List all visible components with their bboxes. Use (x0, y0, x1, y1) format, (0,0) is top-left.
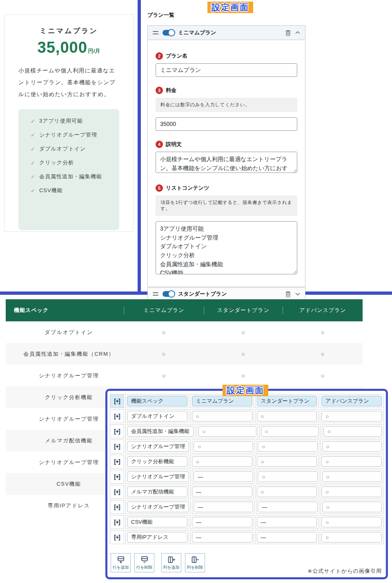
editor-row: [+] ダブルオプトイン ○ ○ ○ (110, 409, 383, 423)
value-input[interactable]: ○ (194, 441, 253, 452)
cell-handle-icon[interactable]: [+] (110, 530, 124, 544)
plan-name-input[interactable] (156, 63, 297, 77)
button-label: 行を削除 (136, 565, 152, 570)
feature-item: ✓シナリオグループ管理 (31, 131, 114, 139)
cell-handle-icon[interactable]: [+] (110, 455, 124, 469)
plan-enabled-toggle[interactable] (163, 30, 174, 36)
cell-handle-icon[interactable]: [+] (110, 439, 124, 453)
check-icon: ✓ (31, 132, 36, 138)
value-cell: ○ (283, 329, 363, 336)
cell-handle-icon[interactable]: [+] (110, 409, 124, 423)
column-header-input[interactable]: スタンダートプラン (257, 396, 317, 406)
column-header-input[interactable]: 機能スペック (127, 396, 187, 406)
plan-panel-body: 2 プラン名 3 料金 料金には数字のみを入力してください。 4 (148, 40, 305, 287)
value-input[interactable]: ○ (258, 441, 317, 452)
vertical-divider (138, 0, 141, 292)
feature-name-input[interactable]: ダブルオプトイン (127, 411, 187, 422)
value-cell: ○ (283, 372, 363, 379)
editor-row: [+] 会員属性追加・編集機能 ○ ○ ○ (110, 424, 383, 438)
field-label: リストコンテンツ (166, 184, 209, 192)
value-input[interactable]: ○ (192, 456, 252, 467)
editor-row: [+] シナリオグループ管理 ○ ○ ○ (110, 439, 383, 453)
cell-handle-icon[interactable]: [+] (110, 470, 124, 484)
plan-enabled-toggle[interactable] (163, 291, 174, 297)
delete-row-button[interactable]: 行を削除 (134, 553, 154, 572)
value-input[interactable]: ○ (321, 517, 382, 527)
editor-row: [+] シナリオグループ管理 — — ○ (110, 500, 383, 514)
trash-icon[interactable] (285, 291, 291, 298)
editor-row: [+] メルマガ配信機能 — ○ ○ (110, 485, 383, 499)
settings-screen-label-bottom: 設定画面 (223, 385, 268, 396)
cell-handle-icon[interactable]: [+] (110, 515, 124, 529)
feature-item-label: 3アプリ使用可能 (39, 117, 83, 125)
header-cell: スタンダートプラン (204, 307, 283, 314)
step-badge: 5 (156, 184, 163, 192)
check-icon: ✓ (31, 174, 36, 180)
value-input[interactable]: ○ (198, 426, 256, 437)
value-input[interactable]: — (258, 502, 317, 512)
feature-name-input[interactable]: メルマガ配信機能 (127, 487, 187, 497)
plan-price: 35,000円/月 (4, 39, 133, 56)
column-header-input[interactable]: アドバンスプラン (321, 396, 382, 406)
feature-name-input[interactable]: CSV機能 (127, 517, 187, 527)
button-label: 列を追加 (163, 565, 179, 570)
plan-panel-header[interactable]: ミニマムプラン (148, 26, 305, 40)
price-input[interactable] (156, 117, 297, 131)
value-input[interactable]: — (192, 532, 252, 543)
cell-handle-icon[interactable]: [+] (110, 485, 124, 499)
value-input[interactable]: ○ (322, 441, 382, 452)
delete-column-button[interactable]: 列を削除 (185, 553, 205, 572)
credit-note: ※公式サイトからの画像引用 (307, 567, 382, 575)
feature-name-input[interactable]: クリック分析機能 (127, 456, 187, 467)
settings-screen-label-top: 設定画面 (207, 2, 253, 13)
value-input[interactable]: ○ (321, 487, 382, 497)
feature-item: ✓クリック分析 (31, 159, 114, 166)
cell-handle-icon[interactable]: [+] (110, 424, 124, 438)
value-input[interactable]: ○ (322, 471, 382, 482)
price-unit: 円/月 (88, 48, 100, 54)
trash-icon[interactable] (285, 29, 291, 36)
feature-name-input[interactable]: 専用IPアドレス (127, 532, 187, 543)
value-input[interactable]: ○ (261, 426, 319, 437)
add-row-button[interactable]: 行を追加 (111, 553, 131, 572)
feature-cell: ダブルオプトイン (6, 329, 124, 336)
field-label: プラン名 (166, 52, 187, 60)
check-icon: ✓ (31, 160, 36, 166)
collapsed-plan-bar[interactable]: スタンダートプラン (147, 287, 305, 301)
editor-row: [+] クリック分析機能 ○ ○ ○ (110, 455, 383, 469)
description-textarea[interactable]: 小規模チームや個人利用に最適なエントリープラン。基本機能をシンプルに使い始めたい… (156, 152, 297, 173)
value-input[interactable]: ○ (257, 487, 317, 497)
value-input[interactable]: ○ (192, 411, 252, 422)
editor-row: [+] CSV機能 — — ○ (110, 515, 383, 529)
cell-handle-icon[interactable]: [+] (110, 394, 124, 408)
button-label: 行を追加 (112, 565, 129, 570)
cell-handle-icon[interactable]: [+] (110, 500, 124, 514)
column-header-input[interactable]: ミニマムプラン (192, 396, 252, 406)
drag-handle-icon[interactable] (153, 31, 158, 34)
value-input[interactable]: ○ (322, 502, 382, 512)
drag-handle-icon[interactable] (153, 292, 158, 296)
value-input[interactable]: — (194, 471, 253, 482)
value-input[interactable]: — (192, 487, 252, 497)
value-input[interactable]: — (257, 532, 317, 543)
value-input[interactable]: ○ (321, 411, 382, 422)
field-list-content: 5 リストコンテンツ 項目を1行ずつ改行して記載すると、箇条書きで表示されます。… (156, 184, 297, 276)
feature-name-input[interactable]: シナリオグループ管理 (127, 441, 189, 452)
feature-name-input[interactable]: 会員属性追加・編集機能 (127, 426, 194, 437)
value-input[interactable]: ○ (323, 426, 382, 437)
value-input[interactable]: ○ (257, 456, 317, 467)
list-content-textarea[interactable]: 3アプリ使用可能 シナリオグループ管理 ダブルオプトイン クリック分析 会員属性… (156, 221, 297, 274)
value-input[interactable]: ○ (321, 532, 382, 543)
value-input[interactable]: — (194, 502, 253, 512)
feature-name-input[interactable]: シナリオグループ管理 (127, 502, 189, 512)
chevron-up-icon[interactable] (295, 31, 300, 34)
chevron-down-icon[interactable] (295, 292, 300, 296)
value-input[interactable]: — (257, 517, 317, 527)
value-input[interactable]: ○ (321, 456, 382, 467)
value-input[interactable]: — (192, 517, 252, 527)
value-input[interactable]: ○ (258, 471, 317, 482)
field-label: 説明文 (166, 141, 182, 148)
value-input[interactable]: ○ (257, 411, 317, 422)
feature-name-input[interactable]: シナリオグループ管理 (127, 471, 189, 482)
add-column-button[interactable]: 列を追加 (161, 553, 181, 572)
